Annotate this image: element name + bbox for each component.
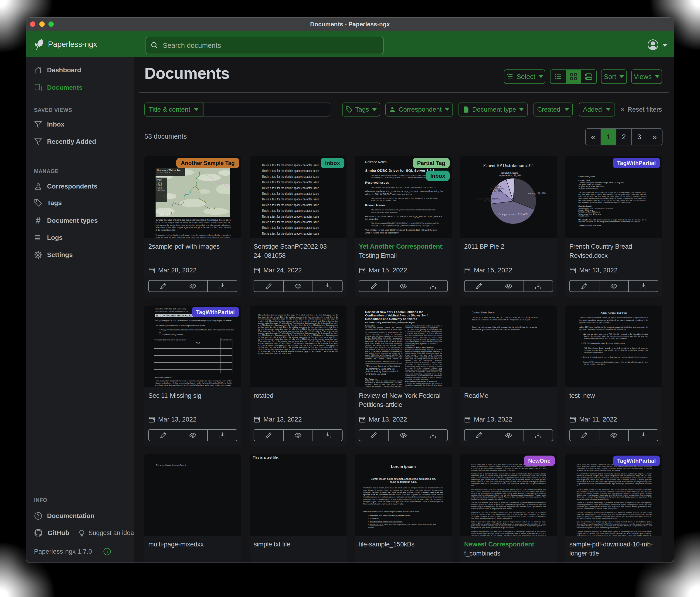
svg-text:Isolated Systolic: Isolated Systolic [501,171,518,174]
svg-text:Hypertension,: Hypertension, [490,187,505,190]
svg-text:44, 9%: 44, 9% [494,190,501,193]
svg-text:65, 13%: 65, 13% [484,200,493,203]
svg-text:Pre-hypertension , 212, 42%: Pre-hypertension , 212, 42% [499,213,528,216]
svg-text:Normal, 158, 31%: Normal, 158, 31% [528,192,546,195]
svg-text:Stage 2: Stage 2 [494,185,502,187]
svg-text:Hypertension, 31, 6%: Hypertension, 31, 6% [499,174,521,177]
svg-text:Stage 1 Hypertension,: Stage 1 Hypertension, [477,197,500,200]
